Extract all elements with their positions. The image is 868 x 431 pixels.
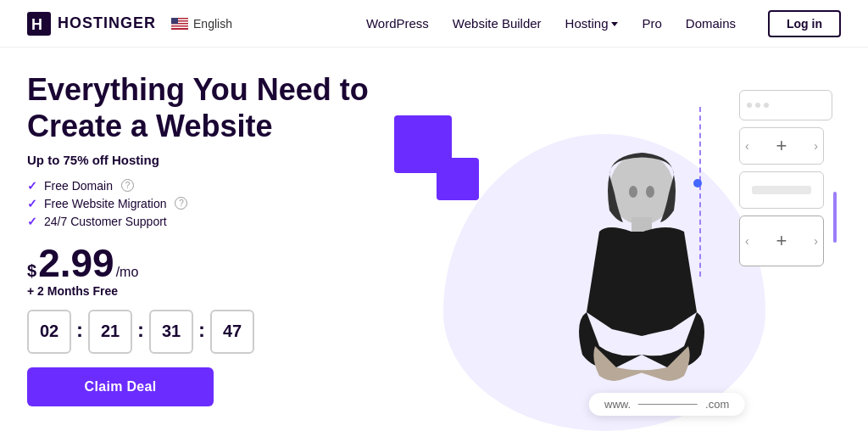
price-period: /mo bbox=[116, 265, 139, 280]
card-placeholder-bar bbox=[752, 186, 811, 194]
woman-figure bbox=[548, 143, 735, 431]
nav-website-builder[interactable]: Website Builder bbox=[453, 16, 542, 31]
com-label: .com bbox=[705, 398, 729, 411]
check-icon-1: ✓ bbox=[27, 179, 37, 193]
countdown-minutes: 31 bbox=[149, 310, 193, 354]
features-list: ✓ Free Domain ? ✓ Free Website Migration… bbox=[27, 179, 369, 228]
card-right-chevron-3: › bbox=[814, 234, 818, 248]
browser-dot-2 bbox=[755, 103, 760, 108]
card-left-chevron-1: ‹ bbox=[745, 139, 749, 153]
domain-underline bbox=[638, 404, 698, 405]
card-nav-3: ‹ + › bbox=[740, 230, 823, 252]
www-label: www. bbox=[604, 398, 631, 411]
plus-icon-3: + bbox=[776, 230, 787, 252]
plus-icon-1: + bbox=[776, 135, 787, 157]
card-left-chevron-3: ‹ bbox=[745, 234, 749, 248]
feature-2-text: Free Website Migration bbox=[44, 197, 166, 210]
nav-pro[interactable]: Pro bbox=[642, 16, 661, 31]
feature-3: ✓ 24/7 Customer Support bbox=[27, 215, 369, 228]
brand-name: HOSTINGER bbox=[58, 14, 156, 32]
purple-square-2 bbox=[437, 158, 479, 200]
info-icon-2[interactable]: ? bbox=[175, 197, 187, 210]
svg-text:H: H bbox=[31, 16, 43, 33]
svg-rect-7 bbox=[171, 18, 178, 24]
countdown-seconds: 47 bbox=[210, 310, 254, 354]
hero-title: Everything You Need toCreate a Website bbox=[27, 72, 369, 144]
login-button[interactable]: Log in bbox=[768, 10, 841, 37]
feature-1: ✓ Free Domain ? bbox=[27, 179, 369, 193]
price-bonus: + 2 Months Free bbox=[27, 284, 369, 298]
browser-dot-3 bbox=[764, 103, 769, 108]
hero-subtitle: Up to 75% off Hosting bbox=[27, 153, 369, 167]
price-amount: 2.99 bbox=[38, 243, 114, 283]
countdown-timer: 02 : 21 : 31 : 47 bbox=[27, 310, 369, 354]
nav-domains[interactable]: Domains bbox=[686, 16, 736, 31]
vertical-accent-bar bbox=[833, 192, 837, 243]
ui-card-stack: ‹ + › ‹ + › bbox=[739, 90, 832, 266]
price-currency: $ bbox=[27, 261, 36, 281]
countdown-sep-1: : bbox=[76, 318, 83, 342]
countdown-hours: 21 bbox=[88, 310, 132, 354]
brand-logo[interactable]: H HOSTINGER bbox=[27, 12, 156, 36]
navbar: H HOSTINGER English WordPress Website Bu… bbox=[0, 0, 868, 48]
svg-point-11 bbox=[646, 186, 654, 198]
language-selector[interactable]: English bbox=[171, 17, 232, 31]
price-row: $ 2.99 /mo bbox=[27, 243, 369, 283]
nav-hosting-label: Hosting bbox=[565, 16, 609, 31]
svg-point-10 bbox=[629, 186, 637, 198]
flag-icon bbox=[171, 18, 188, 30]
nav-hosting[interactable]: Hosting bbox=[565, 16, 619, 31]
card-right-chevron-1: › bbox=[814, 139, 818, 153]
main-content: Everything You Need toCreate a Website U… bbox=[0, 48, 868, 431]
nav-links: WordPress Website Builder Hosting Pro Do… bbox=[366, 10, 841, 37]
hostinger-logo-icon: H bbox=[27, 12, 51, 36]
subtitle-highlight: 75% off Hosting bbox=[64, 153, 159, 167]
hero-illustration: ‹ + › ‹ + › bbox=[369, 48, 841, 431]
card-nav-1: ‹ + › bbox=[740, 135, 823, 157]
browser-bar-card bbox=[739, 90, 832, 120]
browser-dot-1 bbox=[747, 103, 752, 108]
svg-rect-5 bbox=[171, 24, 188, 25]
feature-1-text: Free Domain bbox=[44, 179, 113, 193]
language-label: English bbox=[193, 17, 232, 31]
woman-svg bbox=[548, 143, 735, 431]
hero-left: Everything You Need toCreate a Website U… bbox=[27, 72, 369, 406]
nav-wordpress[interactable]: WordPress bbox=[366, 16, 429, 31]
check-icon-3: ✓ bbox=[27, 215, 37, 228]
chevron-down-icon bbox=[611, 22, 618, 26]
ui-card-1: ‹ + › bbox=[739, 127, 824, 165]
subtitle-prefix: Up to bbox=[27, 153, 64, 167]
countdown-sep-3: : bbox=[198, 318, 205, 342]
countdown-days: 02 bbox=[27, 310, 71, 354]
claim-deal-button[interactable]: Claim Deal bbox=[27, 367, 214, 406]
feature-2: ✓ Free Website Migration ? bbox=[27, 197, 369, 210]
svg-rect-6 bbox=[171, 26, 188, 28]
countdown-sep-2: : bbox=[137, 318, 144, 342]
ui-card-2 bbox=[739, 171, 824, 209]
feature-3-text: 24/7 Customer Support bbox=[44, 215, 167, 228]
info-icon-1[interactable]: ? bbox=[121, 179, 134, 192]
check-icon-2: ✓ bbox=[27, 197, 37, 210]
www-domain-bar: www. .com bbox=[589, 393, 744, 416]
ui-card-3: ‹ + › bbox=[739, 216, 824, 266]
